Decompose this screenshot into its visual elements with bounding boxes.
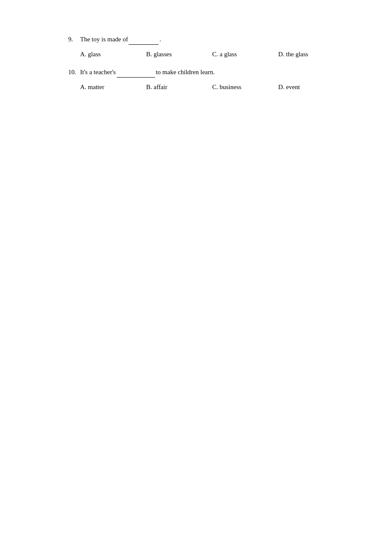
question-9-option-d-letter: D. [278,51,285,58]
question-9-options: A. glass B. glasses C. a glass D. the gl… [68,49,324,59]
question-9-blank [129,34,159,45]
question-9-number: 9. [68,34,80,44]
question-9-text-before: The toy is made of [80,34,128,44]
question-10-option-a-label: matter [88,84,104,90]
question-9-line: 9. The toy is made of . [68,34,324,45]
question-10-number: 10. [68,67,80,77]
question-9-option-c-letter: C. [212,51,218,58]
question-9-option-d-label: the glass [286,51,308,58]
question-10-options: A. matter B. affair C. business D. event [68,82,324,92]
question-10-text-after: to make children learn. [156,67,215,77]
question-10-option-b: B. affair [146,82,212,92]
question-9-option-b: B. glasses [146,49,212,59]
question-9-option-b-letter: B. [146,51,152,58]
question-10-option-a: A. matter [80,82,146,92]
question-9-option-b-label: glasses [154,51,172,58]
question-10-option-b-label: affair [154,84,167,90]
question-9-option-a: A. glass [80,49,146,59]
question-10-option-b-letter: B. [146,84,152,90]
question-10-text-before: It's a teacher's [80,67,116,77]
question-10-option-d-label: event [286,84,300,90]
question-10-option-a-letter: A. [80,84,86,90]
question-10-option-c: C. business [212,82,278,92]
question-9-block: 9. The toy is made of . A. glass B. glas… [68,34,324,59]
question-10-block: 10. It's a teacher's to make children le… [68,67,324,92]
question-10-option-c-letter: C. [212,84,218,90]
question-9-option-c-label: a glass [220,51,237,58]
question-9-option-a-letter: A. [80,51,86,58]
question-9-option-d: D. the glass [278,49,308,59]
question-10-option-d: D. event [278,82,300,92]
question-9-option-c: C. a glass [212,49,278,59]
question-10-option-d-letter: D. [278,84,285,90]
question-10-line: 10. It's a teacher's to make children le… [68,67,324,78]
question-9-option-a-label: glass [88,51,101,58]
question-10-option-c-label: business [220,84,242,90]
question-9-text-after: . [159,34,161,44]
page-content: 9. The toy is made of . A. glass B. glas… [0,0,392,134]
question-10-blank [117,67,155,78]
